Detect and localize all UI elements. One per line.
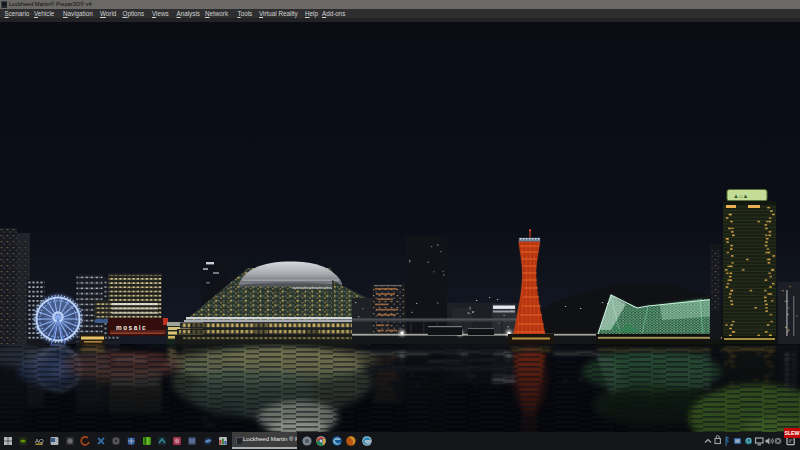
svg-text:AQ: AQ <box>35 438 44 444</box>
svg-text:mosaic: mosaic <box>116 324 147 331</box>
svg-text:▲⌂▲: ▲⌂▲ <box>733 193 749 199</box>
svg-text:O: O <box>746 437 751 444</box>
